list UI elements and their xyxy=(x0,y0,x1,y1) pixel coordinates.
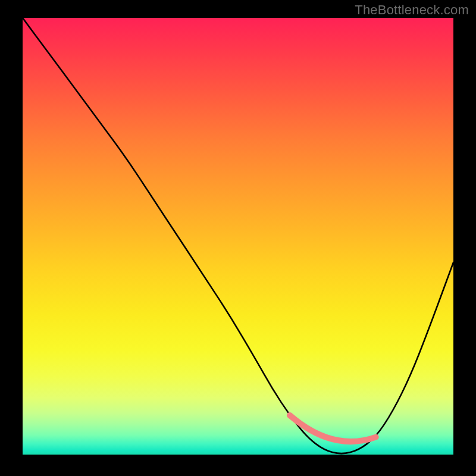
plot-area xyxy=(23,18,453,455)
highlight-segment xyxy=(290,415,376,441)
curve-svg xyxy=(23,18,453,455)
bottleneck-curve xyxy=(23,18,453,453)
watermark-text: TheBottleneck.com xyxy=(355,2,469,18)
chart-canvas: TheBottleneck.com xyxy=(0,0,476,476)
